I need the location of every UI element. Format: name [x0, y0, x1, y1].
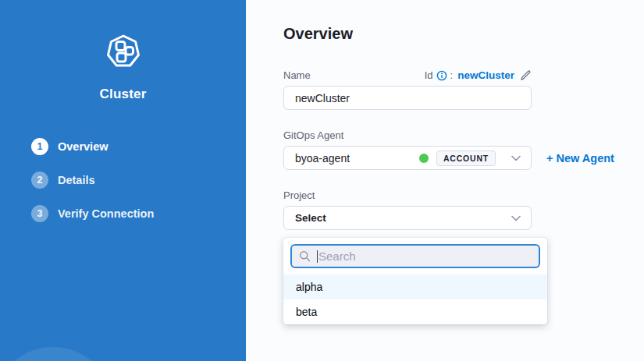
- agent-scope-badge: ACCOUNT: [436, 150, 496, 166]
- name-label-row: Name Id : newCluster: [283, 69, 532, 81]
- wizard-sidebar: Cluster 1 Overview 2 Details 3 Verify Co…: [0, 0, 246, 361]
- id-value[interactable]: newCluster: [457, 69, 514, 81]
- chevron-down-icon: [511, 155, 521, 161]
- chevron-down-icon: [511, 215, 521, 221]
- cluster-wizard-dialog: Cluster 1 Overview 2 Details 3 Verify Co…: [0, 0, 644, 361]
- sidebar-decoration-circle: [0, 347, 114, 361]
- id-separator: :: [450, 69, 454, 81]
- step-number: 2: [31, 172, 48, 189]
- info-icon[interactable]: [436, 70, 447, 81]
- project-select-value: Select: [295, 212, 496, 224]
- project-search-input[interactable]: [318, 250, 532, 263]
- agent-row: byoa-agent ACCOUNT + New Agent: [283, 141, 644, 170]
- name-label: Name: [283, 69, 311, 81]
- step-details[interactable]: 2 Details: [31, 172, 246, 189]
- project-option-beta[interactable]: beta: [283, 299, 547, 324]
- id-prefix: Id: [425, 69, 433, 81]
- step-verify-connection[interactable]: 3 Verify Connection: [31, 205, 246, 222]
- page-title: Overview: [283, 25, 644, 43]
- text-caret: [317, 250, 318, 263]
- agent-name: byoa-agent: [295, 152, 419, 165]
- step-label: Verify Connection: [58, 207, 154, 220]
- edit-pencil-icon[interactable]: [520, 69, 532, 81]
- agent-label: GitOps Agent: [283, 129, 644, 141]
- project-label: Project: [283, 189, 644, 201]
- wizard-title: Cluster: [0, 87, 246, 102]
- project-dropdown-panel: alpha beta: [283, 238, 547, 324]
- wizard-steps: 1 Overview 2 Details 3 Verify Connection: [0, 138, 246, 222]
- step-label: Overview: [58, 140, 109, 153]
- step-overview[interactable]: 1 Overview: [31, 138, 246, 155]
- cluster-heptagon-icon: [105, 33, 142, 73]
- cluster-logo-wrap: [0, 33, 246, 73]
- project-search-box: [290, 244, 540, 268]
- agent-status-dot: [419, 154, 429, 163]
- step-number: 3: [31, 205, 48, 222]
- search-icon: [299, 250, 311, 262]
- overview-panel: Overview Name Id : newCluster: [246, 0, 644, 361]
- name-input[interactable]: [283, 86, 532, 110]
- step-number: 1: [31, 138, 48, 155]
- id-row: Id : newCluster: [425, 69, 532, 81]
- step-label: Details: [58, 174, 95, 186]
- project-select[interactable]: Select: [283, 206, 532, 230]
- project-option-alpha[interactable]: alpha: [283, 274, 547, 299]
- new-agent-link[interactable]: + New Agent: [546, 152, 614, 165]
- project-field: Select: [283, 206, 532, 230]
- agent-select[interactable]: byoa-agent ACCOUNT: [283, 146, 532, 170]
